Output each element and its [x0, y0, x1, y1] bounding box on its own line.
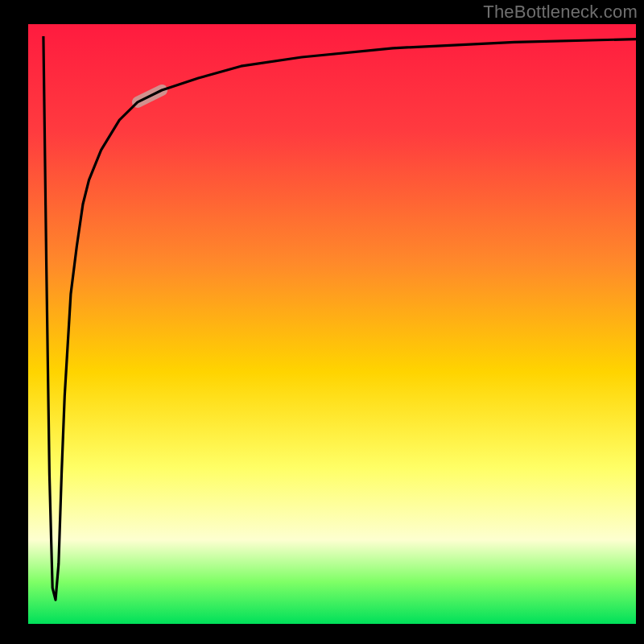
chart-svg: [0, 0, 644, 644]
bottleneck-chart: TheBottleneck.com: [0, 0, 644, 644]
watermark-text: TheBottleneck.com: [483, 2, 638, 23]
plot-background: [28, 24, 636, 624]
